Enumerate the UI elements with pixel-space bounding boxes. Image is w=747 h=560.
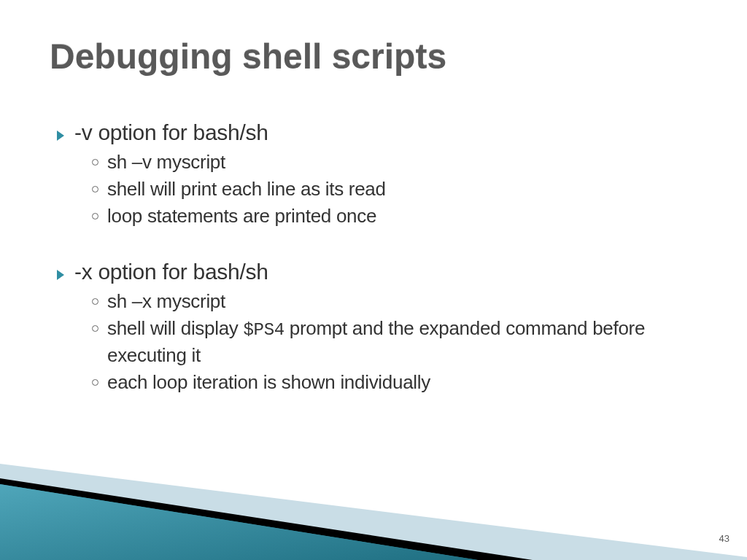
circle-bullet-icon [92, 186, 98, 192]
page-number: 43 [719, 533, 729, 544]
circle-bullet-icon [92, 159, 98, 166]
bullet-text: -v option for bash/sh [74, 120, 268, 145]
slide: Debugging shell scripts -v option for ba… [0, 0, 747, 560]
sub-list: sh –x myscript shell will display $PS4 p… [92, 289, 703, 395]
svg-marker-1 [0, 478, 533, 560]
circle-bullet-icon [92, 213, 98, 219]
corner-decor-icon [0, 438, 747, 560]
bullet-level1: -v option for bash/sh [57, 120, 703, 145]
triangle-bullet-icon [57, 131, 64, 141]
circle-bullet-icon [92, 379, 98, 386]
bullet-text: -x option for bash/sh [74, 260, 268, 284]
bullet-level2: shell will display $PS4 prompt and the e… [92, 316, 703, 368]
circle-bullet-icon [92, 298, 98, 305]
bullet-level2: sh –v myscript [92, 149, 703, 175]
bullet-text: shell will print each line as its read [107, 176, 386, 202]
bullet-text: sh –x myscript [107, 289, 225, 314]
bullet-text: shell will display $PS4 prompt and the e… [107, 316, 703, 368]
bullet-level2: loop statements are printed once [92, 203, 703, 229]
bullet-level2: sh –x myscript [92, 289, 703, 314]
sub-list: sh –v myscript shell will print each lin… [92, 149, 703, 229]
code-text: $PS4 [243, 320, 284, 340]
bullet-level2: shell will print each line as its read [92, 176, 703, 202]
bullet-text: loop statements are printed once [107, 203, 376, 229]
svg-marker-0 [0, 464, 747, 560]
bullet-level2: each loop iteration is shown individuall… [92, 370, 703, 395]
bullet-text: sh –v myscript [107, 149, 225, 175]
slide-title: Debugging shell scripts [50, 36, 446, 77]
svg-marker-2 [0, 484, 478, 560]
bullet-text: each loop iteration is shown individuall… [107, 370, 430, 395]
circle-bullet-icon [92, 325, 98, 332]
slide-content: -v option for bash/sh sh –v myscript she… [57, 120, 703, 395]
triangle-bullet-icon [57, 270, 64, 280]
text-prefix: shell will display [107, 317, 243, 339]
svg-marker-3 [0, 484, 478, 560]
bullet-level1: -x option for bash/sh [57, 260, 703, 284]
